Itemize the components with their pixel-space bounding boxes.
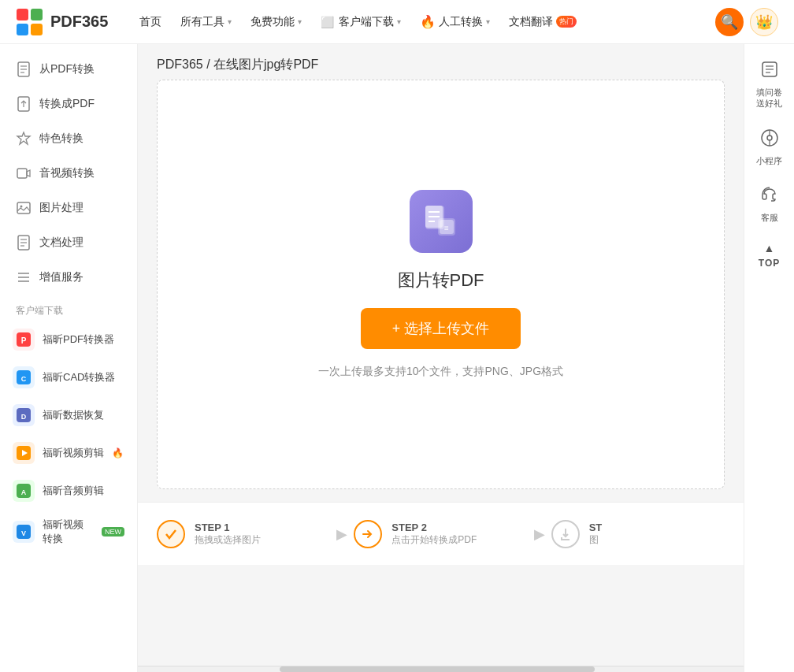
dl-label: 福昕PDF转换器 bbox=[43, 332, 114, 347]
upload-card: ≡ 图片转PDF + 选择上传文件 一次上传最多支持10个文件，支持PNG、JP… bbox=[157, 80, 725, 489]
upload-title: 图片转PDF bbox=[398, 269, 484, 292]
svg-rect-10 bbox=[17, 169, 27, 178]
svg-text:P: P bbox=[21, 336, 27, 345]
sidebar-item-doc[interactable]: 文档处理 bbox=[0, 225, 137, 260]
upload-button[interactable]: + 选择上传文件 bbox=[361, 308, 521, 349]
dl-video-edit[interactable]: 福昕视频剪辑 🔥 bbox=[0, 434, 137, 472]
step2-icon bbox=[354, 520, 382, 548]
dl-data-recovery[interactable]: D 福昕数据恢复 bbox=[0, 396, 137, 434]
sidebar: 从PDF转换 转换成PDF 特色转换 音视频转换 图片处理 bbox=[0, 44, 138, 672]
survey-icon bbox=[760, 60, 779, 84]
nav-home[interactable]: 首页 bbox=[132, 10, 169, 34]
av-icon bbox=[16, 165, 32, 181]
search-button[interactable]: 🔍 bbox=[715, 8, 744, 36]
horizontal-scrollbar[interactable] bbox=[138, 666, 744, 672]
dl-pdf-converter[interactable]: P 福昕PDF转换器 bbox=[0, 321, 137, 358]
step1-desc: 拖拽或选择图片 bbox=[195, 533, 261, 547]
step2-label: STEP 2 bbox=[391, 522, 477, 533]
dl-audio-edit[interactable]: A 福昕音频剪辑 bbox=[0, 472, 137, 510]
cad-converter-icon: C bbox=[13, 366, 35, 388]
sidebar-label: 从PDF转换 bbox=[39, 62, 95, 76]
svg-text:D: D bbox=[21, 413, 27, 421]
step2-text: STEP 2 点击开始转换成PDF bbox=[391, 522, 477, 547]
chevron-down-icon: ▾ bbox=[228, 17, 232, 26]
step-arrow-2: ▶ bbox=[534, 525, 545, 543]
step1-text: STEP 1 拖拽或选择图片 bbox=[195, 522, 261, 547]
top-navigation: PDF365 首页 所有工具 ▾ 免费功能 ▾ ⬜ 客户端下载 ▾ 🔥 人工转换… bbox=[0, 0, 794, 44]
client-download-section: 客户端下载 bbox=[0, 295, 137, 321]
svg-point-12 bbox=[20, 206, 23, 208]
step3-label: ST bbox=[589, 522, 603, 533]
crown-icon: 👑 bbox=[755, 13, 773, 31]
nav-all-tools[interactable]: 所有工具 ▾ bbox=[173, 10, 239, 34]
svg-rect-2 bbox=[17, 24, 28, 35]
miniapp-label: 小程序 bbox=[756, 155, 782, 166]
scrollbar-thumb[interactable] bbox=[280, 666, 595, 672]
nav-doc-translate[interactable]: 文档翻译 热门 bbox=[501, 10, 584, 34]
nav-client-download[interactable]: ⬜ 客户端下载 ▾ bbox=[313, 10, 409, 34]
step3-text: ST 图 bbox=[589, 522, 603, 547]
svg-rect-1 bbox=[31, 9, 43, 20]
sidebar-item-to-pdf[interactable]: 转换成PDF bbox=[0, 87, 137, 121]
step2-desc: 点击开始转换成PDF bbox=[391, 533, 477, 547]
top-button[interactable]: ▲ TOP bbox=[744, 234, 794, 277]
svg-text:≡: ≡ bbox=[444, 224, 449, 232]
svg-text:C: C bbox=[21, 375, 27, 383]
video-edit-icon bbox=[13, 442, 35, 464]
survey-label: 填问卷送好礼 bbox=[756, 87, 782, 110]
service-item[interactable]: 客服 bbox=[744, 177, 794, 231]
sidebar-item-value[interactable]: 增值服务 bbox=[0, 260, 137, 295]
dl-label: 福昕音频剪辑 bbox=[43, 484, 104, 498]
step1-icon bbox=[157, 520, 185, 548]
breadcrumb: PDF365 / 在线图片jpg转PDF bbox=[138, 44, 744, 80]
sidebar-item-image[interactable]: 图片处理 bbox=[0, 191, 137, 225]
nav-manual-convert[interactable]: 🔥 人工转换 ▾ bbox=[412, 9, 498, 34]
dl-label: 福昕数据恢复 bbox=[43, 408, 104, 422]
dl-label: 福昕视频剪辑 bbox=[43, 446, 104, 460]
dl-label: 福昕视频转换 bbox=[43, 518, 92, 546]
sidebar-item-from-pdf[interactable]: 从PDF转换 bbox=[0, 52, 137, 87]
download-icon: ⬜ bbox=[321, 16, 334, 28]
svg-rect-3 bbox=[31, 24, 43, 35]
step-arrow-1: ▶ bbox=[336, 525, 347, 543]
pdf-converter-icon: P bbox=[13, 329, 35, 351]
dl-label: 福昕CAD转换器 bbox=[43, 370, 115, 384]
dl-video-convert[interactable]: V 福昕视频转换 NEW bbox=[0, 510, 137, 554]
service-label: 客服 bbox=[761, 212, 778, 223]
miniapp-item[interactable]: 小程序 bbox=[744, 121, 794, 174]
audio-edit-icon: A bbox=[13, 480, 35, 502]
crown-button[interactable]: 👑 bbox=[750, 8, 778, 36]
top-chevron-icon: ▲ bbox=[764, 242, 775, 254]
fire-badge-icon: 🔥 bbox=[112, 447, 124, 459]
step3-icon bbox=[551, 520, 580, 548]
sidebar-item-av[interactable]: 音视频转换 bbox=[0, 156, 137, 191]
dl-cad-converter[interactable]: C 福昕CAD转换器 bbox=[0, 358, 137, 396]
chevron-down-icon: ▾ bbox=[486, 17, 490, 26]
video-convert-icon: V bbox=[13, 521, 35, 543]
sidebar-label: 音视频转换 bbox=[39, 166, 95, 180]
svg-rect-0 bbox=[17, 9, 28, 20]
sidebar-item-special[interactable]: 特色转换 bbox=[0, 121, 137, 156]
svg-text:A: A bbox=[21, 488, 27, 496]
to-pdf-icon bbox=[16, 96, 32, 112]
from-pdf-icon bbox=[16, 61, 32, 77]
upload-hint: 一次上传最多支持10个文件，支持PNG、JPG格式 bbox=[318, 365, 563, 379]
main-layout: 从PDF转换 转换成PDF 特色转换 音视频转换 图片处理 bbox=[0, 44, 794, 672]
upload-icon-box: ≡ bbox=[410, 190, 473, 253]
logo-icon bbox=[16, 8, 44, 36]
fire-icon: 🔥 bbox=[420, 14, 436, 29]
survey-item[interactable]: 填问卷送好礼 bbox=[744, 52, 794, 117]
miniapp-icon bbox=[760, 128, 779, 152]
data-recovery-icon: D bbox=[13, 404, 35, 426]
logo-area[interactable]: PDF365 bbox=[16, 8, 108, 36]
sidebar-label: 转换成PDF bbox=[39, 97, 95, 111]
nav-free-features[interactable]: 免费功能 ▾ bbox=[243, 10, 310, 34]
sidebar-label: 文档处理 bbox=[39, 236, 83, 250]
step1-label: STEP 1 bbox=[195, 522, 261, 533]
steps-bar: STEP 1 拖拽或选择图片 ▶ STEP 2 点击开始转换成PDF bbox=[138, 502, 744, 565]
svg-text:V: V bbox=[21, 529, 26, 537]
hot-badge: 热门 bbox=[556, 16, 577, 28]
nav-right: 🔍 👑 bbox=[715, 8, 778, 36]
top-label: TOP bbox=[759, 258, 780, 269]
value-icon bbox=[16, 269, 32, 285]
